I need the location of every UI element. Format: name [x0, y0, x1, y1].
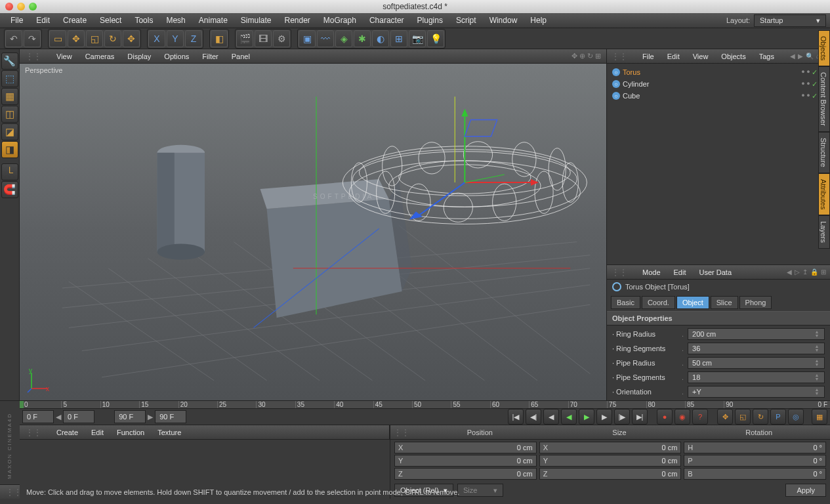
coord-b-input[interactable]: B0 ° [684, 468, 826, 480]
prop-value-input[interactable]: 200 cm▲▼ [688, 328, 825, 340]
arrow-right-icon[interactable]: ▶ [798, 52, 803, 60]
coord-z-input[interactable]: Z0 cm [539, 468, 682, 480]
key-pos-button[interactable]: ✥ [717, 409, 733, 425]
keyframe-sel-button[interactable]: ? [692, 409, 708, 425]
menu-select[interactable]: Select [93, 14, 128, 27]
coord-x-input[interactable]: X0 cm [539, 442, 682, 453]
record-button[interactable]: ● [657, 409, 673, 425]
deformer-button[interactable]: ◐ [372, 30, 389, 47]
menu-edit[interactable]: Edit [30, 14, 56, 27]
scale-tool[interactable]: ◱ [86, 30, 103, 47]
layout-dropdown[interactable]: Startup▾ [754, 14, 826, 27]
primitive-button[interactable]: ▣ [299, 30, 316, 47]
objpanel-menu-objects[interactable]: Objects [715, 51, 752, 62]
apply-button[interactable]: Apply [785, 484, 826, 497]
timeline-playhead[interactable] [20, 401, 24, 408]
key-scale-button[interactable]: ◱ [735, 409, 751, 425]
objpanel-menu-edit[interactable]: Edit [661, 51, 686, 62]
vp-menu-view[interactable]: View [50, 51, 79, 62]
menu-window[interactable]: Window [483, 14, 524, 27]
vp-toggle-icon[interactable]: ⊞ [595, 52, 601, 60]
model-mode-button[interactable]: ⬚ [1, 70, 18, 87]
tree-row-cylinder[interactable]: ○Cylinder● ● ✓ ●● [610, 78, 827, 90]
point-mode-button[interactable]: ◫ [1, 106, 18, 123]
arrow-right-icon[interactable]: ▷ [795, 268, 800, 276]
coord-y-input[interactable]: Y0 cm [539, 455, 682, 467]
tab-phong[interactable]: Phong [739, 296, 772, 309]
recent-tool[interactable]: ✥ [123, 30, 140, 47]
vp-menu-display[interactable]: Display [121, 51, 157, 62]
go-nextkey-button[interactable]: |▶ [614, 409, 630, 425]
coord-z-input[interactable]: Z0 cm [394, 468, 537, 480]
up-icon[interactable]: ↥ [802, 268, 808, 276]
tree-row-cube[interactable]: ○Cube● ● ✓ ●● [610, 90, 827, 102]
rotate-tool[interactable]: ↻ [104, 30, 121, 47]
menu-animate[interactable]: Animate [192, 14, 234, 27]
menu-tools[interactable]: Tools [128, 14, 159, 27]
next-frame-button[interactable]: ▶ [596, 409, 612, 425]
lock-icon[interactable]: 🔒 [810, 268, 818, 276]
move-tool[interactable]: ✥ [68, 30, 85, 47]
timeline-ruler[interactable]: 051015202530354045505560657075808590 0 F [20, 401, 830, 409]
vp-rotate-icon[interactable]: ↻ [587, 52, 593, 60]
axis-gizmo[interactable] [409, 96, 539, 219]
new-icon[interactable]: ⊞ [821, 268, 826, 276]
vp-menu-cameras[interactable]: Cameras [79, 51, 121, 62]
tab-object[interactable]: Object [676, 296, 709, 309]
objpanel-menu-tags[interactable]: Tags [753, 51, 781, 62]
animation-layer-button[interactable]: ▦ [812, 409, 827, 425]
tl-start-input[interactable] [22, 410, 54, 423]
menu-simulate[interactable]: Simulate [234, 14, 278, 27]
sidetab-attributes[interactable]: Attributes [818, 173, 830, 215]
light-button[interactable]: 💡 [427, 30, 444, 47]
objpanel-menu-file[interactable]: File [636, 51, 661, 62]
menu-plugins[interactable]: Plugins [411, 14, 449, 27]
tab-basic[interactable]: Basic [611, 296, 640, 309]
prev-frame-button[interactable]: ◀ [543, 409, 559, 425]
viewport[interactable]: Perspective [20, 64, 606, 400]
key-rot-button[interactable]: ↻ [753, 409, 768, 425]
menu-create[interactable]: Create [56, 14, 93, 27]
objpanel-menu-view[interactable]: View [686, 51, 715, 62]
environment-button[interactable]: ⊞ [390, 30, 407, 47]
coord-y-input[interactable]: Y0 cm [394, 455, 537, 467]
z-axis-button[interactable]: Z [185, 30, 202, 47]
tab-slice[interactable]: Slice [711, 296, 738, 309]
nurbs-button[interactable]: ◈ [335, 30, 352, 47]
tl-range-start-input[interactable] [63, 410, 94, 423]
menu-character[interactable]: Character [363, 14, 411, 27]
attr-menu-user-data[interactable]: User Data [693, 266, 739, 278]
select-tool[interactable]: ▭ [49, 30, 66, 47]
coord-system-button[interactable]: ◧ [211, 30, 228, 47]
go-start-button[interactable]: |◀ [508, 409, 524, 425]
mat-menu-texture[interactable]: Texture [151, 427, 188, 438]
sidetab-objects[interactable]: Objects [818, 30, 830, 66]
spline-button[interactable]: 〰 [317, 30, 334, 47]
object-tree[interactable]: ○Torus● ● ✓ ●●○Cylinder● ● ✓ ●●○Cube● ● … [607, 64, 830, 264]
axis-mode-button[interactable]: └ [1, 163, 18, 180]
camera-button[interactable]: 📷 [409, 30, 426, 47]
menu-mesh[interactable]: Mesh [159, 14, 192, 27]
prop-value-input[interactable]: +Y▲▼ [688, 386, 825, 398]
attr-menu-mode[interactable]: Mode [636, 266, 667, 278]
go-end-button[interactable]: ▶| [632, 409, 648, 425]
mat-menu-create[interactable]: Create [50, 427, 85, 438]
sidetab-content-browser[interactable]: Content Browser [818, 66, 830, 132]
prop-value-input[interactable]: 36▲▼ [688, 343, 825, 354]
vp-zoom-icon[interactable]: ⊕ [579, 52, 585, 60]
tree-row-torus[interactable]: ○Torus● ● ✓ ●● [610, 66, 827, 78]
arrow-left-icon[interactable]: ◀ [790, 52, 795, 60]
render-pv-button[interactable]: 🎞 [255, 30, 272, 47]
coord-h-input[interactable]: H0 ° [684, 442, 826, 453]
undo-button[interactable]: ↶ [5, 30, 22, 47]
snap-button[interactable]: 🧲 [1, 181, 18, 198]
prop-value-input[interactable]: 50 cm▲▼ [688, 357, 825, 369]
render-view-button[interactable]: 🎬 [236, 30, 253, 47]
menu-script[interactable]: Script [449, 14, 483, 27]
sidetab-structure[interactable]: Structure [818, 132, 830, 173]
arrow-left-icon[interactable]: ◀ [787, 268, 792, 276]
redo-button[interactable]: ↷ [24, 30, 41, 47]
key-param-button[interactable]: P [770, 409, 786, 425]
vp-menu-filter[interactable]: Filter [196, 51, 224, 62]
size-mode-dropdown[interactable]: Size▾ [457, 484, 503, 497]
